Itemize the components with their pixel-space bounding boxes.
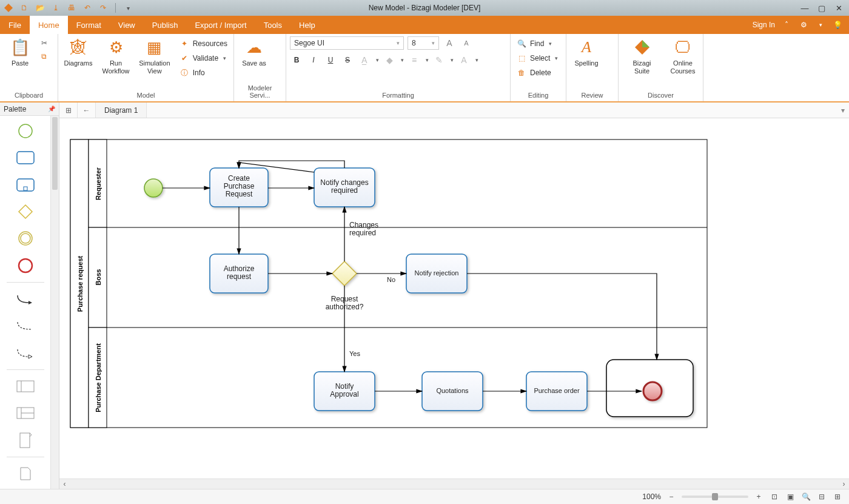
horizontal-scrollbar[interactable]: ‹ › bbox=[59, 479, 849, 489]
start-event[interactable] bbox=[144, 179, 163, 197]
sign-in-link[interactable]: Sign In bbox=[753, 21, 775, 29]
cut-icon[interactable]: ✂ bbox=[41, 39, 52, 50]
zoom-slider[interactable] bbox=[682, 496, 748, 498]
font-size-select[interactable]: 8▾ bbox=[408, 36, 439, 50]
tab-overview-icon[interactable]: ⊞ bbox=[59, 102, 78, 118]
online-courses-button[interactable]: 🖵Online Courses bbox=[666, 36, 699, 76]
text-color-2-icon[interactable]: A bbox=[457, 53, 471, 67]
menu-dropdown-icon[interactable]: ▾ bbox=[815, 19, 826, 30]
task-notify-rejection[interactable]: Notify rejection bbox=[406, 254, 467, 293]
bizagi-suite-button[interactable]: Bizagi Suite bbox=[622, 36, 662, 76]
tab-diagram-1[interactable]: Diagram 1 bbox=[96, 102, 147, 118]
palette-association-icon[interactable] bbox=[14, 318, 37, 334]
palette-subprocess-icon[interactable] bbox=[14, 177, 37, 193]
palette-lane-icon[interactable] bbox=[14, 405, 37, 421]
fill-color-icon[interactable]: ◆ bbox=[383, 53, 396, 67]
pin-icon[interactable]: 📌 bbox=[48, 106, 55, 112]
zoom-width-icon[interactable]: ⊟ bbox=[816, 491, 827, 502]
new-icon[interactable]: 🗋 bbox=[18, 2, 30, 14]
maximize-icon[interactable]: ▢ bbox=[817, 4, 826, 12]
zoom-page-icon[interactable]: ▣ bbox=[785, 491, 796, 502]
task-purchase-order[interactable]: Purchase order bbox=[526, 372, 587, 411]
scroll-left-icon[interactable]: ‹ bbox=[59, 480, 70, 488]
save-as-button[interactable]: ☁Save as bbox=[238, 36, 270, 69]
zoom-fit-icon[interactable]: ⊡ bbox=[769, 491, 780, 502]
shrink-font-icon[interactable]: A bbox=[460, 36, 473, 50]
line-color-icon[interactable]: ✎ bbox=[432, 53, 446, 67]
palette-intermediate-event-icon[interactable] bbox=[14, 230, 37, 246]
palette-end-event-icon[interactable] bbox=[14, 258, 37, 274]
underline-icon[interactable]: U bbox=[324, 53, 337, 67]
find-button[interactable]: 🔍Find▾ bbox=[514, 38, 560, 50]
task-create-purchase-request[interactable]: CreatePurchaseRequest bbox=[210, 168, 268, 207]
zoom-actual-icon[interactable]: 🔍 bbox=[800, 491, 811, 502]
validate-button[interactable]: ✔Validate▾ bbox=[177, 52, 230, 64]
copy-icon[interactable]: ⧉ bbox=[41, 52, 52, 63]
document-tabs: ⊞ ← Diagram 1 ▾ bbox=[59, 102, 849, 118]
close-icon[interactable]: ✕ bbox=[834, 4, 843, 12]
strike-icon[interactable]: S bbox=[341, 53, 354, 67]
italic-icon[interactable]: I bbox=[307, 53, 320, 67]
font-family-select[interactable]: Segoe UI▾ bbox=[290, 36, 404, 50]
menu-help[interactable]: Help bbox=[290, 16, 324, 34]
run-workflow-button[interactable]: ⚙Run Workflow bbox=[99, 36, 132, 76]
zoom-out-icon[interactable]: − bbox=[666, 491, 677, 502]
minimize-icon[interactable]: — bbox=[800, 4, 809, 12]
menu-format[interactable]: Format bbox=[68, 16, 110, 34]
ribbon-group-services: ☁Save as Modeler Servi... bbox=[234, 34, 286, 101]
zoom-in-icon[interactable]: + bbox=[753, 491, 764, 502]
open-icon[interactable]: 📂 bbox=[34, 2, 46, 14]
task-authorize-request[interactable]: Authorizerequest bbox=[210, 254, 268, 293]
palette-start-event-icon[interactable] bbox=[14, 123, 37, 139]
save-icon[interactable]: ⤓ bbox=[50, 2, 62, 14]
palette-gateway-icon[interactable] bbox=[14, 204, 37, 220]
undo-icon[interactable]: ↶ bbox=[81, 2, 93, 14]
info-button[interactable]: ⓘInfo bbox=[177, 67, 230, 79]
search-icon: 🔍 bbox=[517, 39, 526, 49]
svg-text:Notify rejection: Notify rejection bbox=[415, 269, 459, 277]
palette-pool-icon[interactable] bbox=[14, 378, 37, 394]
help-bulb-icon[interactable]: 💡 bbox=[832, 19, 843, 30]
menu-view[interactable]: View bbox=[110, 16, 144, 34]
menu-export-import[interactable]: Export / Import bbox=[186, 16, 255, 34]
task-notify-approval[interactable]: NotifyApproval bbox=[314, 372, 375, 411]
palette-data-object-icon[interactable] bbox=[14, 466, 37, 482]
qat-dropdown-icon[interactable]: ▾ bbox=[122, 2, 134, 14]
spelling-button[interactable]: ASpelling bbox=[570, 36, 603, 69]
collapse-ribbon-icon[interactable]: ˄ bbox=[781, 19, 792, 30]
print-icon[interactable]: 🖶 bbox=[65, 2, 78, 14]
ribbon-label-model: Model bbox=[62, 90, 230, 100]
resources-button[interactable]: ✦Resources bbox=[177, 38, 230, 50]
grow-font-icon[interactable]: A bbox=[443, 36, 456, 50]
simulation-view-button[interactable]: ▦Simulation View bbox=[137, 36, 172, 76]
edge-no-label: No bbox=[387, 276, 395, 283]
zoom-whole-icon[interactable]: ⊞ bbox=[832, 491, 843, 502]
task-quotations[interactable]: Quotations bbox=[422, 372, 483, 411]
bold-icon[interactable]: B bbox=[290, 53, 303, 67]
tab-options-icon[interactable]: ▾ bbox=[837, 102, 849, 118]
select-button[interactable]: ⬚Select▾ bbox=[514, 52, 560, 64]
menu-home[interactable]: Home bbox=[30, 16, 68, 34]
edge-yes-label: Yes bbox=[349, 350, 360, 357]
task-notify-changes[interactable]: Notify changesrequired bbox=[314, 168, 375, 207]
align-icon[interactable]: ≡ bbox=[408, 53, 421, 67]
tab-back-icon[interactable]: ← bbox=[78, 102, 96, 118]
diagrams-button[interactable]: 🕸Diagrams bbox=[62, 36, 95, 69]
palette-message-flow-icon[interactable] bbox=[14, 345, 37, 361]
scroll-right-icon[interactable]: › bbox=[839, 480, 849, 488]
ribbon-group-review: ASpelling Review bbox=[566, 34, 619, 101]
menu-tools[interactable]: Tools bbox=[255, 16, 290, 34]
diagram-canvas[interactable]: Purchase request Requester Boss Purchase… bbox=[59, 118, 849, 479]
palette-scrollbar[interactable] bbox=[50, 116, 59, 489]
menu-file[interactable]: File bbox=[0, 16, 30, 34]
palette-task-icon[interactable] bbox=[14, 150, 37, 166]
font-color-icon[interactable]: A̲ bbox=[358, 53, 371, 67]
redo-icon[interactable]: ↷ bbox=[97, 2, 109, 14]
palette-sequence-flow-icon[interactable] bbox=[14, 291, 37, 307]
settings-icon[interactable]: ⚙ bbox=[798, 19, 809, 30]
menu-publish[interactable]: Publish bbox=[144, 16, 187, 34]
palette-milestone-icon[interactable] bbox=[14, 432, 37, 448]
delete-button[interactable]: 🗑Delete bbox=[514, 67, 560, 79]
paste-button[interactable]: 📋 Paste bbox=[4, 36, 36, 69]
end-event[interactable] bbox=[643, 382, 662, 400]
